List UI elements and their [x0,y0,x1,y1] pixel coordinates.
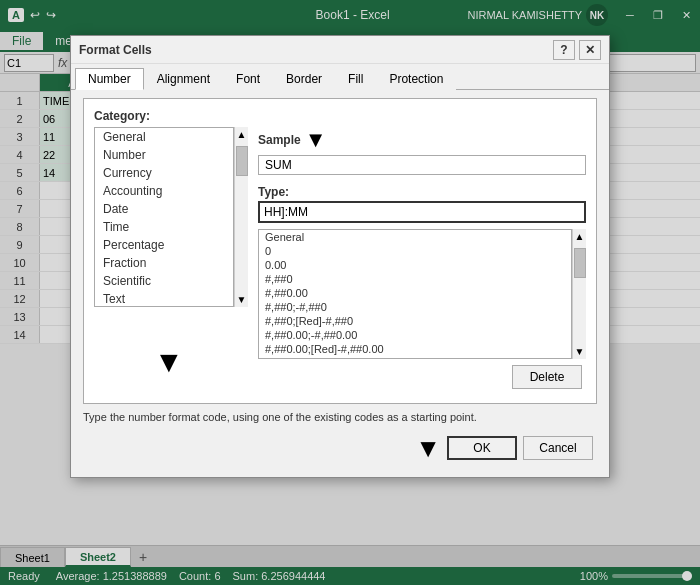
category-list-container: General Number Currency Accounting Date … [94,127,248,307]
dialog-tab-fill[interactable]: Fill [335,68,376,90]
type-section: Type: [258,185,586,223]
dialog-close-button[interactable]: ✕ [579,40,601,60]
type-list-item[interactable]: 0.00 [259,258,571,272]
category-item-currency[interactable]: Currency [95,164,233,182]
dialog-tabs: Number Alignment Font Border Fill Protec… [71,64,609,90]
category-list: General Number Currency Accounting Date … [94,127,234,307]
type-list-item[interactable]: #,##0;[Red]-#,##0 [259,314,571,328]
delete-button[interactable]: Delete [512,365,582,389]
dialog-tab-number[interactable]: Number [75,68,144,90]
sample-value: SUM [258,155,586,175]
dialog-tab-border[interactable]: Border [273,68,335,90]
category-item-percentage[interactable]: Percentage [95,236,233,254]
type-list-scrollbar[interactable]: ▲ ▼ [572,229,586,359]
category-item-number[interactable]: Number [95,146,233,164]
dialog-tab-protection[interactable]: Protection [376,68,456,90]
dialog-titlebar: Format Cells ? ✕ [71,36,609,64]
category-item-date[interactable]: Date [95,200,233,218]
type-list-item[interactable]: 0 [259,244,571,258]
type-scroll-thumb[interactable] [574,248,586,278]
sample-row: Sample ▼ [258,127,586,153]
category-scrollbar[interactable]: ▲ ▼ [234,127,248,307]
type-label: Type: [258,185,586,199]
dialog-tab-font[interactable]: Font [223,68,273,90]
dialog-tab-alignment[interactable]: Alignment [144,68,223,90]
ok-button[interactable]: OK [447,436,517,460]
category-item-time[interactable]: Time [95,218,233,236]
dialog-help-button[interactable]: ? [553,40,575,60]
type-list-container: General 0 0.00 #,##0 #,##0.00 #,##0;-#,#… [258,229,586,359]
dialog-body: Category: General Number Currency Accoun… [71,90,609,477]
delete-row: Delete [94,365,586,393]
scroll-thumb[interactable] [236,146,248,176]
type-list-item[interactable]: #,##0;-#,##0 [259,300,571,314]
cancel-button[interactable]: Cancel [523,436,593,460]
category-item-scientific[interactable]: Scientific [95,272,233,290]
category-label: Category: [94,109,586,123]
category-section: General Number Currency Accounting Date … [94,127,248,359]
sample-arrow-icon: ▼ [305,127,327,153]
category-item-accounting[interactable]: Accounting [95,182,233,200]
type-list-item[interactable]: ₹#,##0;₹-#,##0 [259,356,571,359]
scroll-up-arrow[interactable]: ▲ [235,127,249,142]
dialog-buttons: ▼ OK Cancel [79,431,601,469]
scroll-down-arrow[interactable]: ▼ [235,292,249,307]
description-text: Type the number format code, using one o… [83,410,597,425]
ok-arrow-icon: ▼ [415,435,441,461]
category-item-text[interactable]: Text [95,290,233,307]
dialog-title: Format Cells [79,43,549,57]
right-panel: Sample ▼ SUM Type: General [258,127,586,359]
type-list-item[interactable]: #,##0.00;[Red]-#,##0.00 [259,342,571,356]
type-list: General 0 0.00 #,##0 #,##0.00 #,##0;-#,#… [258,229,572,359]
dialog-number-tab-content: Category: General Number Currency Accoun… [83,98,597,404]
type-scroll-down[interactable]: ▼ [573,344,587,359]
type-list-item[interactable]: #,##0.00 [259,286,571,300]
sample-label: Sample [258,133,301,147]
category-item-fraction[interactable]: Fraction [95,254,233,272]
type-list-item[interactable]: #,##0.00;-#,##0.00 [259,328,571,342]
sample-section: Sample ▼ SUM [258,127,586,175]
format-cells-dialog: Format Cells ? ✕ Number Alignment Font B… [70,35,610,478]
dialog-main: General Number Currency Accounting Date … [94,127,586,359]
type-input[interactable] [258,201,586,223]
type-list-item[interactable]: #,##0 [259,272,571,286]
type-scroll-up[interactable]: ▲ [573,229,587,244]
category-item-general[interactable]: General [95,128,233,146]
type-list-item[interactable]: General [259,230,571,244]
